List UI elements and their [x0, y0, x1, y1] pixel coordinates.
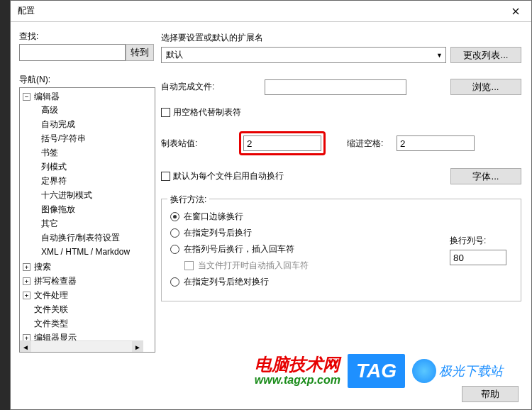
wrap-col-label: 换行列号:	[450, 235, 506, 247]
auto-insert-cr-checkbox	[184, 261, 194, 270]
wrap-radio-insert-cr[interactable]	[170, 245, 179, 254]
close-icon	[512, 8, 519, 15]
combo-value: 默认	[166, 49, 183, 61]
tree-node[interactable]: 文件关联	[33, 304, 68, 316]
scroll-right-icon[interactable]: ►	[132, 341, 143, 353]
tree-node[interactable]: 高级	[40, 104, 58, 116]
jg-logo-text: 极光下载站	[439, 362, 503, 379]
tree-node[interactable]: 图像拖放	[40, 204, 75, 216]
tree-node-editor[interactable]: 编辑器	[33, 91, 60, 103]
nav-tree[interactable]: −编辑器 高级 自动完成 括号/字符串 书签 列模式 定界符 十六进制模式 图像…	[19, 87, 155, 353]
tree-toggle[interactable]: +	[23, 263, 31, 271]
autocomplete-file-label: 自动完成文件:	[161, 81, 260, 93]
dialog-title: 配置	[18, 5, 35, 17]
indent-spaces-input[interactable]	[397, 135, 475, 151]
goto-button[interactable]: 转到	[126, 44, 154, 61]
jg-logo: 极光下载站	[412, 359, 503, 383]
watermark-text-block: 电脑技术网 www.tagxp.com	[255, 355, 340, 387]
tree-toggle[interactable]: −	[23, 93, 31, 101]
tree-node[interactable]: 括号/字符串	[40, 133, 86, 145]
jg-logo-icon	[412, 359, 436, 383]
autocomplete-file-input[interactable]	[265, 79, 406, 95]
tree-toggle[interactable]: +	[23, 292, 31, 299]
watermark-overlay: 电脑技术网 www.tagxp.com TAG 极光下载站	[255, 354, 503, 388]
config-dialog: 配置 查找: 转到 导航(N): −编辑器 高级	[10, 0, 532, 410]
font-button[interactable]: 字体...	[450, 168, 521, 184]
help-button[interactable]: 帮助	[462, 386, 519, 402]
search-input[interactable]	[19, 44, 126, 61]
tree-node[interactable]: 十六进制模式	[40, 189, 92, 201]
default-wrap-checkbox[interactable]	[161, 172, 170, 181]
tab-stop-input[interactable]	[243, 135, 321, 151]
wrap-col-input[interactable]	[450, 250, 506, 265]
wrap-opt3-sub-label: 当文件打开时自动插入回车符	[198, 260, 309, 272]
titlebar: 配置	[11, 1, 531, 22]
change-list-button[interactable]: 更改列表...	[450, 47, 521, 63]
tree-toggle[interactable]: +	[23, 277, 31, 285]
tab-stop-label: 制表站值:	[161, 138, 232, 150]
tree-node[interactable]: 书签	[40, 147, 58, 159]
browse-button[interactable]: 浏览...	[450, 79, 521, 95]
right-column: 选择要设置或默认的扩展名 默认 ▼ 更改列表... 自动完成文件: 浏览...	[161, 31, 521, 301]
tag-badge: TAG	[348, 354, 405, 388]
wrap-method-fieldset: 换行方法: 在窗口边缘换行 在指定列号后换行 在指列号后换行，插入回车符	[161, 199, 521, 301]
tree-node[interactable]: 自动换行/制表符设置	[40, 232, 120, 244]
wrap-opt1-label: 在窗口边缘换行	[184, 211, 243, 223]
tree-node[interactable]: 搜索	[33, 261, 51, 273]
default-wrap-label: 默认为每个文件启用自动换行	[173, 170, 284, 182]
watermark-url: www.tagxp.com	[255, 374, 340, 387]
tree-node[interactable]: 文件处理	[33, 289, 68, 301]
tree-node[interactable]: 其它	[40, 218, 58, 230]
wrap-column-group: 换行列号:	[450, 235, 506, 265]
search-label: 查找:	[19, 31, 155, 43]
use-spaces-label: 用空格代替制表符	[173, 106, 241, 118]
tree-node[interactable]: 定界符	[40, 175, 67, 187]
wrap-radio-window-edge[interactable]	[170, 212, 179, 221]
highlight-annotation	[239, 131, 326, 155]
app-sidebar	[0, 0, 10, 410]
indent-spaces-label: 缩进空格:	[347, 138, 389, 150]
watermark-title: 电脑技术网	[255, 355, 340, 374]
extension-combo[interactable]: 默认 ▼	[161, 47, 446, 63]
chevron-down-icon: ▼	[436, 52, 443, 59]
nav-label: 导航(N):	[19, 74, 155, 86]
tree-h-scrollbar[interactable]: ◄ ►	[20, 340, 143, 352]
wrap-radio-absolute[interactable]	[170, 277, 179, 287]
tree-node[interactable]: 文件类型	[33, 318, 68, 330]
dialog-body: 查找: 转到 导航(N): −编辑器 高级 自动完成 括号/字符串 书签	[11, 22, 531, 409]
wrap-opt3-label: 在指列号后换行，插入回车符	[184, 243, 294, 255]
tree-node[interactable]: 自动完成	[40, 118, 75, 131]
wrap-legend: 换行方法:	[167, 194, 209, 206]
scroll-left-icon[interactable]: ◄	[20, 341, 31, 353]
tree-node[interactable]: 拼写检查器	[33, 275, 77, 287]
wrap-opt2-label: 在指定列号后换行	[184, 227, 252, 239]
extension-label: 选择要设置或默认的扩展名	[161, 32, 521, 44]
wrap-radio-after-col[interactable]	[170, 228, 179, 238]
use-spaces-checkbox[interactable]	[161, 108, 170, 117]
tree-node[interactable]: 列模式	[40, 161, 67, 173]
tree-node[interactable]: XML / HTML / Markdow	[40, 247, 130, 257]
left-column: 查找: 转到 导航(N): −编辑器 高级 自动完成 括号/字符串 书签	[19, 31, 155, 353]
wrap-opt4-label: 在指定列号后绝对换行	[184, 276, 269, 288]
close-button[interactable]	[500, 1, 531, 22]
